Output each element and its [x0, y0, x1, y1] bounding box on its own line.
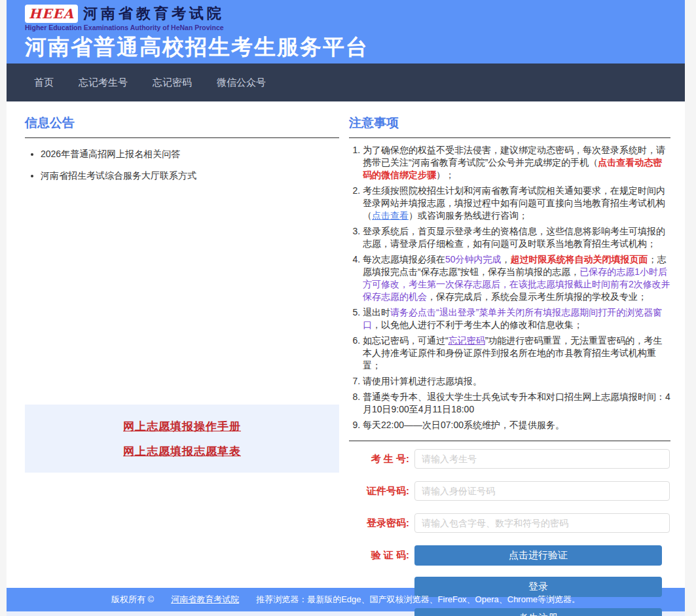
note-item: 为了确保您的权益不受非法侵害，建议绑定动态密码，每次登录系统时，请携带已关注“河… — [363, 144, 670, 181]
org-name-en: Higher Education Examinations Authority … — [25, 24, 685, 31]
candidate-number-label: 考 生 号: — [349, 453, 409, 465]
announcements-list: 2026年普通高招网上报名相关问答河南省招生考试综合服务大厅联系方式 — [25, 149, 339, 182]
captcha-label: 验 证 码: — [349, 549, 409, 562]
announcements-title: 信息公告 — [25, 115, 339, 138]
note-item: 考生须按照院校招生计划和河南省教育考试院相关通知要求，在规定时间内登录网站并填报… — [363, 185, 670, 222]
browser-recommendation: 推荐浏览器：最新版的Edge、国产双核浏览器、FireFox、Opera、Chr… — [256, 594, 580, 606]
note-text: ，保存完成后，系统会显示考生所填报的学校及专业； — [427, 291, 647, 302]
announcement-link[interactable]: 2026年普通高招网上报名相关问答 — [41, 149, 339, 160]
candidate-number-input[interactable] — [414, 449, 670, 469]
note-text: 普通类专升本、退役大学生士兵免试专升本和对口招生网上志愿填报时间：4月10日9:… — [363, 391, 670, 414]
page: HEEA 河南省教育考试院 Higher Education Examinati… — [7, 0, 685, 616]
manual-links-panel: 网上志愿填报操作手册网上志愿填报志愿草表 — [25, 405, 339, 473]
manual-link[interactable]: 网上志愿填报操作手册 — [123, 419, 241, 434]
captcha-button[interactable]: 点击进行验证 — [414, 545, 662, 566]
notes-list: 为了确保您的权益不受非法侵害，建议绑定动态密码，每次登录系统时，请携带已关注“河… — [349, 144, 670, 431]
note-text: 每次志愿填报必须在 — [363, 254, 445, 264]
password-label: 登录密码: — [349, 517, 409, 530]
note-text: ）或咨询服务热线进行咨询； — [409, 210, 528, 221]
note-text: ，以免他人进行不利于考生本人的修改和信息收集； — [372, 319, 583, 330]
note-text: 50分钟内完成 — [445, 254, 502, 264]
note-item: 请使用计算机进行志愿填报。 — [363, 375, 670, 388]
note-item: 如忘记密码，可通过“忘记密码”功能进行密码重置，无法重置密码的，考生本人持准考证… — [363, 335, 670, 372]
note-text: 请使用计算机进行志愿填报。 — [363, 376, 482, 386]
note-item: 登录系统后，首页显示登录考生的资格信息，这些信息将影响考生可填报的志愿，请登录后… — [363, 225, 670, 250]
logo: HEEA 河南省教育考试院 — [25, 5, 685, 23]
note-item: 每次志愿填报必须在50分钟内完成，超过时限系统将自动关闭填报页面；志愿填报完点击… — [363, 253, 670, 303]
password-row: 登录密码: — [349, 513, 670, 533]
notes-title: 注意事项 — [349, 115, 670, 138]
login-form: 考 生 号:证件号码:登录密码: 验 证 码: 点击进行验证 登录 考生注册 — [349, 449, 670, 616]
note-text: 如忘记密码，可通过“ — [363, 335, 449, 346]
main-nav: 首页忘记考生号忘记密码微信公众号 — [7, 63, 685, 101]
heea-logo-icon: HEEA — [25, 5, 78, 23]
notes-login-column: 注意事项 为了确保您的权益不受非法侵害，建议绑定动态密码，每次登录系统时，请携带… — [349, 115, 670, 588]
note-text: 每天22:00——次日07:00系统维护，不提供服务。 — [363, 420, 564, 430]
note-item: 普通类专升本、退役大学生士兵免试专升本和对口招生网上志愿填报时间：4月10日9:… — [363, 391, 670, 416]
note-text: ）； — [436, 170, 454, 180]
site-header: HEEA 河南省教育考试院 Higher Education Examinati… — [7, 0, 685, 63]
announcements-column: 信息公告 2026年普通高招网上报名相关问答河南省招生考试综合服务大厅联系方式 … — [25, 115, 339, 588]
manual-link[interactable]: 网上志愿填报志愿草表 — [123, 444, 241, 459]
org-name-cn: 河南省教育考试院 — [83, 5, 225, 23]
note-inline-link[interactable]: 点击查看 — [372, 210, 409, 221]
note-text: ， — [502, 254, 511, 264]
nav-item-忘记密码[interactable]: 忘记密码 — [153, 77, 192, 89]
note-item: 退出时请务必点击“退出登录”菜单并关闭所有填报志愿期间打开的浏览器窗口，以免他人… — [363, 306, 670, 331]
site-title: 河南省普通高校招生考生服务平台 — [25, 35, 685, 60]
footer-org-link[interactable]: 河南省教育考试院 — [171, 594, 239, 606]
note-text: 退出时 — [363, 307, 390, 317]
note-text: 登录系统后，首页显示登录考生的资格信息，这些信息将影响考生可填报的志愿，请登录后… — [363, 226, 665, 249]
register-button[interactable]: 考生注册 — [414, 608, 662, 616]
nav-item-忘记考生号[interactable]: 忘记考生号 — [79, 77, 128, 89]
copyright-text: 版权所有 © — [111, 594, 154, 606]
nav-item-微信公众号[interactable]: 微信公众号 — [217, 77, 266, 89]
announcement-link[interactable]: 河南省招生考试综合服务大厅联系方式 — [41, 170, 339, 182]
note-item: 每天22:00——次日07:00系统维护，不提供服务。 — [363, 419, 670, 431]
id-number-row: 证件号码: — [349, 481, 670, 501]
form-separator — [349, 441, 670, 441]
nav-item-首页[interactable]: 首页 — [34, 77, 54, 89]
id-number-input[interactable] — [414, 481, 670, 501]
password-input[interactable] — [414, 513, 670, 533]
main-content: 信息公告 2026年普通高招网上报名相关问答河南省招生考试综合服务大厅联系方式 … — [7, 101, 685, 588]
candidate-number-row: 考 生 号: — [349, 449, 670, 469]
id-number-label: 证件号码: — [349, 485, 409, 498]
note-text: 超过时限系统将自动关闭填报页面 — [511, 254, 648, 264]
note-inline-link[interactable]: 忘记密码 — [449, 335, 485, 346]
